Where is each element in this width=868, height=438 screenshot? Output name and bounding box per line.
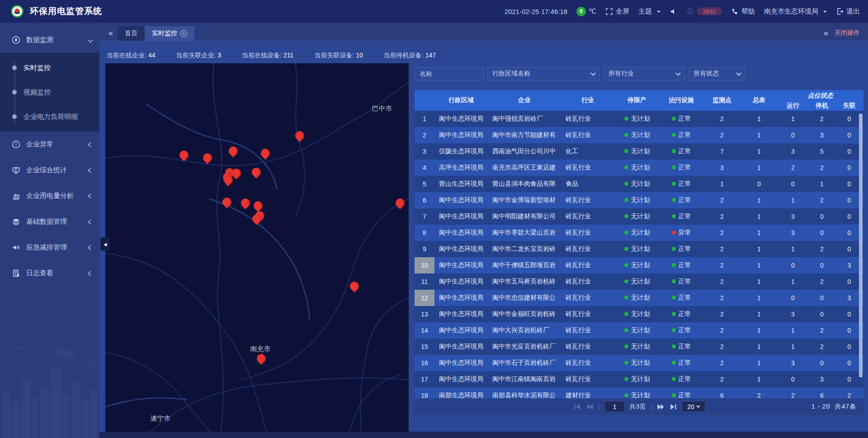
table-row[interactable]: 7阆中生态环境局阆中明阳建材有限公司砖瓦行业无计划正常21300 [415,208,863,225]
table-row[interactable]: 12阆中生态环境局阆中市忠信建材有限公砖瓦行业无计划正常21003 [415,290,863,306]
cell-facility-status: 正常 [660,147,703,155]
tab-home[interactable]: 首页 [118,26,145,41]
sidebar-item-label: 数据监测 [26,36,89,44]
cell-company: 阆中市江南镇阆南页岩 [488,375,561,383]
sidebar-item-1[interactable]: 企业异常 [0,132,99,157]
tab-close-icon[interactable]: × [180,30,187,37]
cell-production-status: 无计划 [614,212,660,221]
brand: 环保用电监管系统 [11,5,102,18]
tab-bar: « 首页 实时监控 × » 关闭操作 [99,23,868,42]
table-row[interactable]: 8阆中生态环境局阆中市枣碧大梁山页岩砖瓦行业无计划异常21300 [415,225,863,241]
status-dot-green [624,117,628,121]
sidebar-item-4[interactable]: 基础数据管理 [0,209,99,235]
cell-industry: 化工 [561,147,614,155]
cell-production-status: 无计划 [614,245,660,253]
table-row[interactable]: 14阆中生态环境局阆中大兴页岩机砖厂砖瓦行业无计划正常21120 [415,322,863,339]
cell-mon: 2 [703,327,741,334]
sidebar-item-6[interactable]: 日志查看 [0,260,99,286]
first-page-icon[interactable] [573,403,581,410]
sidebar-subitem-2[interactable]: 企业电力负荷明细 [0,104,99,129]
last-page-icon[interactable] [669,403,677,410]
row-index: 1 [415,111,434,127]
production-status-label: 无计划 [631,359,650,366]
sidebar-item-5[interactable]: 应急减排管理 [0,235,99,260]
table-row[interactable]: 13阆中生态环境局阆中市金福旺页岩机砖砖瓦行业无计划正常21300 [415,306,863,322]
map-city-label: 遂宁市 [151,414,171,423]
sidebar-item-label: 基础数据管理 [26,217,89,226]
column-header: 行业 [561,90,614,111]
logout-button[interactable]: 退出 [836,7,860,16]
skyline-decoration [0,334,99,438]
facility-status-label: 正常 [679,147,691,155]
table-body: 1阆中生态环境局阆中强锐页岩砖厂砖瓦行业无计划正常211202阆中生态环境局阆中… [415,111,863,398]
cell-region: 阆中生态环境局 [434,343,488,351]
cell-company: 阆中市二龙长宝页岩砖 [488,245,561,253]
stat-value: 3 [217,52,221,59]
table-row[interactable]: 2阆中生态环境局阆中市南方节能建材有砖瓦行业无计划正常21030 [415,127,863,143]
production-status-label: 无计划 [631,278,650,285]
map-city-label: 巴中市 [372,104,392,113]
status-dot-green [672,263,676,267]
status-filter-select[interactable]: 所有状态 [689,67,745,80]
name-filter-input[interactable] [415,67,484,80]
row-index: 17 [415,371,434,387]
status-dot-green [624,393,628,397]
sidebar-subitem-1[interactable]: 视频监控 [0,80,99,104]
theme-menu[interactable]: 主题 [638,7,660,16]
map-collapse-toggle[interactable]: ◀ [100,237,110,251]
cell-total: 1 [741,148,777,155]
cell-production-status: 无计划 [614,164,660,172]
cell-facility-status: 正常 [660,261,703,269]
production-status-label: 无计划 [631,245,650,252]
sidebar-item-0[interactable]: 数据监测 [0,27,99,53]
sidebar-subitem-0[interactable]: 实时监控 [0,56,99,80]
next-page-icon[interactable] [656,403,665,410]
cell-production-status: 无计划 [614,229,660,237]
table-row[interactable]: 17阆中生态环境局阆中市江南镇阆南页岩砖瓦行业无计划正常21030 [415,371,863,387]
cell-total: 1 [741,376,777,383]
table-row[interactable]: 5营山生态环境局营山县润丰肉食品有限食品无计划正常10010 [415,176,863,192]
tabs-scroll-right-icon[interactable]: » [819,28,831,41]
table-row[interactable]: 10阆中生态环境局阆中千佛镇五郎垭页岩砖瓦行业无计划正常21003 [415,257,863,273]
page-number-input[interactable] [604,401,625,412]
close-operations-button[interactable]: 关闭操作 [831,29,862,41]
table-row[interactable]: 1阆中生态环境局阆中强锐页岩砖厂砖瓦行业无计划正常21120 [415,111,863,127]
region-filter-select[interactable]: 行政区域名称 [487,67,600,80]
prev-page-icon[interactable] [585,403,594,410]
table-row[interactable]: 15阆中生态环境局阆中市光富页岩机砖厂砖瓦行业无计划正常21120 [415,339,863,355]
cell-stop: 0 [809,213,835,220]
sidebar-group: 企业异常 [0,132,99,157]
cell-company: 阆中市南方节能建材有 [488,131,561,139]
notifications[interactable]: 2632 [686,7,722,15]
pagination-bar: | 共3页 | 20 1 - 20 共47条 [415,398,863,415]
table-row[interactable]: 16阆中生态环境局阆中市石子页岩机砖厂砖瓦行业无计划正常21300 [415,355,863,371]
map-panel[interactable]: ◀ 巴中市南充市遂宁市 [105,63,409,432]
table-row[interactable]: 11阆中生态环境局阆中市五马桥页岩机砖砖瓦行业无计划正常21120 [415,273,863,290]
cell-production-status: 无计划 [614,391,660,398]
status-dot-green [624,198,628,202]
org-menu[interactable]: 南充市生态环境局 [764,7,827,16]
table-row[interactable]: 3仪陇生态环境局西南油气田分公司川中化工无计划正常71350 [415,143,863,160]
table-row[interactable]: 9阆中生态环境局阆中市二龙长宝页岩砖砖瓦行业无计划正常21120 [415,241,863,257]
mute-button[interactable] [670,8,677,15]
industry-filter-select[interactable]: 所有行业 [604,67,685,80]
cell-facility-status: 正常 [660,326,703,334]
cell-total: 1 [741,197,777,204]
status-dot-green [624,296,628,300]
page-size-select[interactable]: 20 [682,401,705,412]
table-scrollbar[interactable] [859,113,863,377]
tabs-scroll-left-icon[interactable]: « [106,28,118,41]
fullscreen-button[interactable]: 全屏 [605,7,629,16]
status-dot-green [624,231,628,235]
stat-label: 当前在线设备: [242,52,282,59]
cell-run: 0 [777,376,809,383]
top-header-bar: 环保用电监管系统 2021-02-25 17:46:18 0 ℃ 全屏 主题 2… [0,0,868,23]
tab-realtime-monitor[interactable]: 实时监控 × [145,26,194,41]
sidebar-item-3[interactable]: 企业用电量分析 [0,183,99,209]
table-row[interactable]: 6阆中生态环境局阆中市金博瑞新型墙材砖瓦行业无计划正常21120 [415,192,863,208]
sidebar-group: 日志查看 [0,260,99,286]
help-button[interactable]: 帮助 [731,7,755,16]
sidebar-item-2[interactable]: 企业综合统计 [0,157,99,183]
table-row[interactable]: 18南部生态环境局南部县科华水泥有限公建材行业无计划正常62262 [415,387,863,398]
table-row[interactable]: 4高坪生态环境局南充市高坪区王家店建砖瓦行业无计划正常31220 [415,160,863,176]
